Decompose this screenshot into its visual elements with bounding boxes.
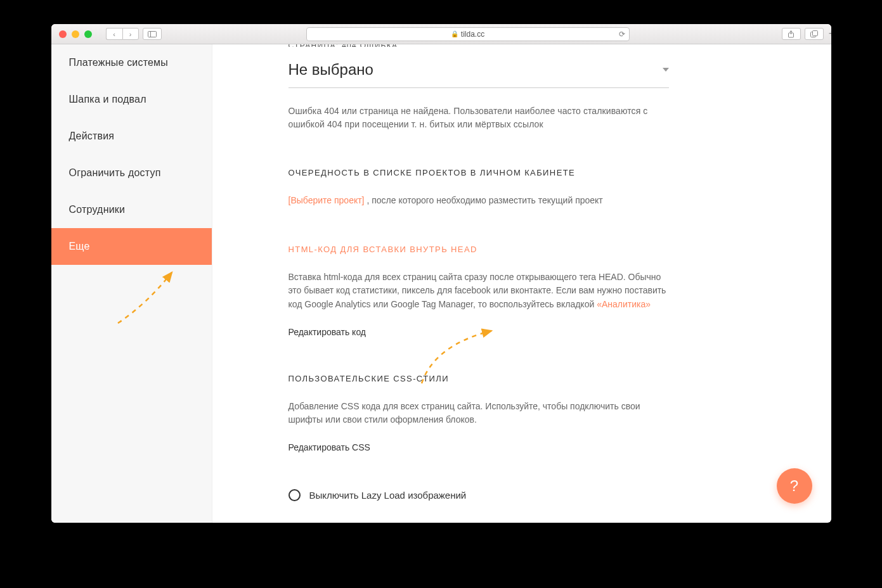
maximize-window-button[interactable] [84, 30, 92, 38]
lock-icon: 🔒 [451, 30, 458, 37]
browser-toolbar: ‹ › 🔒 tilda.cc ⟳ + [51, 24, 831, 44]
sidebar-item-more[interactable]: Еще [51, 228, 212, 265]
page-content: Платежные системы Шапка и подвал Действи… [51, 44, 831, 523]
head-code-description: Вставка html-кода для всех страниц сайта… [289, 271, 669, 312]
analytics-link[interactable]: «Аналитика» [597, 299, 651, 309]
select-project-link[interactable]: [Выберите проект] [289, 195, 365, 205]
svg-rect-5 [812, 31, 817, 36]
lazy-load-checkbox[interactable] [289, 489, 301, 501]
toolbar-right-group [782, 28, 824, 40]
lazy-load-label: Выключить Lazy Load изображений [309, 490, 467, 501]
section-project-order: ОЧЕРЕДНОСТЬ В СПИСКЕ ПРОЕКТОВ В ЛИЧНОМ К… [289, 168, 807, 208]
settings-sidebar: Платежные системы Шапка и подвал Действи… [51, 44, 212, 523]
section-404-title: СТРАНИЦА: 404 ОШИБКА [289, 44, 807, 47]
sidebar-item-header-footer[interactable]: Шапка и подвал [51, 81, 212, 118]
back-button[interactable]: ‹ [106, 28, 122, 40]
select-404-value: Не выбрано [289, 61, 373, 79]
sidebar-toggle-button[interactable] [143, 28, 162, 40]
close-window-button[interactable] [59, 30, 67, 38]
share-button[interactable] [782, 28, 801, 40]
tabs-button[interactable] [805, 28, 824, 40]
help-button[interactable]: ? [777, 468, 812, 504]
reload-icon[interactable]: ⟳ [619, 30, 625, 39]
browser-window: ‹ › 🔒 tilda.cc ⟳ + Платежные системы Шап… [51, 24, 831, 523]
head-code-title: HTML-КОД ДЛЯ ВСТАВКИ ВНУТРЬ HEAD [289, 245, 807, 254]
lazy-load-toggle-row: Выключить Lazy Load изображений [289, 489, 807, 501]
section-404-description: Ошибка 404 или страница не найдена. Поль… [289, 105, 663, 131]
section-lazy-load: Выключить Lazy Load изображений По умолч… [289, 489, 807, 523]
window-controls [59, 30, 92, 38]
forward-button[interactable]: › [122, 28, 139, 40]
svg-rect-0 [148, 31, 156, 37]
project-order-title: ОЧЕРЕДНОСТЬ В СПИСКЕ ПРОЕКТОВ В ЛИЧНОМ К… [289, 168, 807, 177]
css-styles-description: Добавление CSS кода для всех страниц сай… [289, 400, 669, 427]
sidebar-item-restrict-access[interactable]: Ограничить доступ [51, 155, 212, 191]
nav-button-group: ‹ › [106, 28, 162, 40]
select-404-page[interactable]: Не выбрано [289, 61, 669, 88]
address-bar[interactable]: 🔒 tilda.cc ⟳ [306, 27, 630, 41]
edit-css-link[interactable]: Редактировать CSS [289, 442, 807, 452]
help-icon: ? [790, 477, 798, 495]
section-head-code: HTML-КОД ДЛЯ ВСТАВКИ ВНУТРЬ HEAD Вставка… [289, 245, 807, 337]
section-css-styles: ПОЛЬЗОВАТЕЛЬСКИЕ CSS-СТИЛИ Добавление CS… [289, 374, 807, 452]
chevron-down-icon [663, 68, 669, 72]
project-order-text: [Выберите проект] , после которого необх… [289, 194, 669, 208]
main-panel: СТРАНИЦА: 404 ОШИБКА Не выбрано Ошибка 4… [212, 44, 831, 523]
url-host: tilda.cc [461, 30, 484, 39]
project-order-after: , после которого необходимо разместить т… [365, 195, 603, 205]
sidebar-item-team[interactable]: Сотрудники [51, 191, 212, 228]
minimize-window-button[interactable] [72, 30, 79, 38]
sidebar-item-payments[interactable]: Платежные системы [51, 44, 212, 81]
sidebar-item-actions[interactable]: Действия [51, 118, 212, 155]
edit-code-link[interactable]: Редактировать код [289, 327, 807, 337]
css-styles-title: ПОЛЬЗОВАТЕЛЬСКИЕ CSS-СТИЛИ [289, 374, 807, 383]
new-tab-button[interactable]: + [825, 27, 831, 41]
